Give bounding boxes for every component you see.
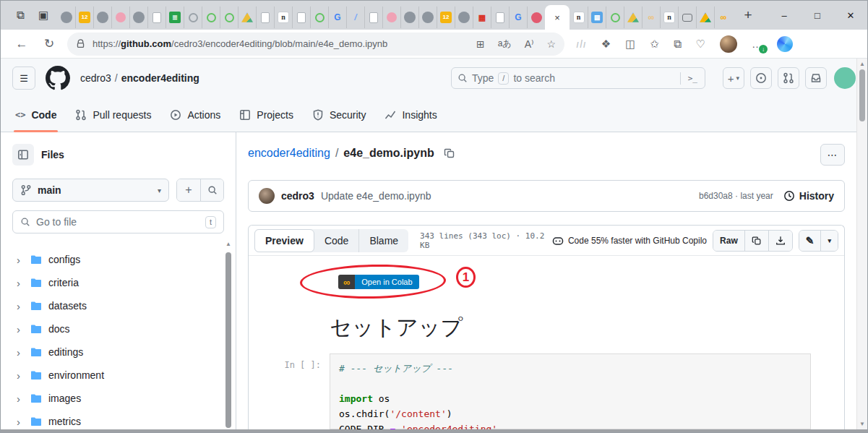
settings-more-icon[interactable]: …↓: [752, 38, 762, 50]
browser-tab[interactable]: [527, 7, 545, 28]
tree-item[interactable]: › docs: [12, 317, 224, 340]
scrollbar-thumb[interactable]: [225, 252, 231, 428]
copy-raw-button[interactable]: [744, 231, 768, 251]
analytics-extension-icon[interactable]: ılı: [576, 38, 587, 50]
chevron-right-icon[interactable]: ›: [17, 324, 24, 335]
browser-tab[interactable]: [93, 7, 111, 28]
hamburger-menu-button[interactable]: ☰: [12, 67, 35, 90]
chevron-right-icon[interactable]: ›: [17, 254, 24, 265]
browser-tab[interactable]: [238, 7, 256, 28]
browser-tab[interactable]: [624, 7, 642, 28]
chevron-right-icon[interactable]: ›: [17, 393, 24, 404]
edit-button[interactable]: ✎: [799, 231, 821, 251]
tree-item[interactable]: › environment: [12, 364, 224, 387]
tree-item[interactable]: › configs: [12, 248, 224, 271]
browser-tab[interactable]: [111, 7, 129, 28]
browser-tab[interactable]: 12: [437, 7, 455, 28]
browser-tab[interactable]: [400, 7, 418, 28]
chevron-right-icon[interactable]: ›: [17, 347, 24, 358]
browser-tab[interactable]: [310, 7, 328, 28]
minimize-button[interactable]: –: [768, 1, 801, 30]
favorites-icon[interactable]: ✩: [650, 38, 659, 51]
raw-button[interactable]: Raw: [713, 231, 744, 251]
chevron-right-icon[interactable]: ›: [17, 301, 24, 312]
copilot-icon[interactable]: [777, 36, 793, 52]
browser-tab[interactable]: n: [570, 7, 588, 28]
profile-avatar[interactable]: [720, 35, 737, 53]
browser-tab[interactable]: [202, 7, 220, 28]
user-avatar[interactable]: [834, 67, 856, 89]
translate-icon[interactable]: aあ: [498, 38, 512, 50]
github-search-input[interactable]: Type / to search >_: [451, 67, 705, 89]
browser-tab[interactable]: n: [274, 7, 292, 28]
command-palette-icon[interactable]: >_: [680, 72, 699, 85]
browser-tab[interactable]: [220, 7, 238, 28]
commit-author[interactable]: cedro3: [281, 190, 314, 202]
extension-icon[interactable]: ❖: [601, 38, 611, 51]
commit-sha[interactable]: b6d30a8 · last year: [699, 191, 773, 201]
tree-item[interactable]: › images: [12, 387, 224, 410]
browser-tab[interactable]: [57, 7, 75, 28]
tab-code[interactable]: <>Code: [11, 98, 61, 132]
collapse-sidebar-button[interactable]: [12, 144, 34, 166]
more-options-button[interactable]: ⋯: [820, 144, 845, 166]
apps-icon[interactable]: ⊞: [476, 38, 485, 50]
tab-security[interactable]: Security: [308, 98, 371, 132]
tab-code-view[interactable]: Code: [314, 229, 358, 252]
browser-tab[interactable]: ∞: [714, 7, 732, 28]
browser-tab[interactable]: ∞: [642, 7, 660, 28]
history-link[interactable]: History: [783, 190, 834, 202]
chevron-right-icon[interactable]: ›: [17, 370, 24, 381]
scroll-up-icon[interactable]: ▲: [224, 241, 233, 247]
github-logo[interactable]: [46, 66, 70, 90]
commit-author-avatar[interactable]: [259, 188, 275, 204]
refresh-button[interactable]: ↻: [38, 33, 60, 55]
commit-message[interactable]: Update e4e_demo.ipynb: [321, 190, 431, 202]
inbox-button[interactable]: [805, 67, 827, 89]
chevron-right-icon[interactable]: ›: [17, 278, 24, 288]
browser-tab[interactable]: [382, 7, 400, 28]
repo-owner-link[interactable]: cedro3: [80, 72, 111, 84]
branch-selector[interactable]: main ▾: [12, 179, 169, 202]
new-tab-button[interactable]: +: [738, 5, 758, 25]
browser-tab[interactable]: 12: [75, 7, 93, 28]
go-to-file-input[interactable]: Go to file t: [12, 210, 224, 233]
favorite-star-icon[interactable]: ☆: [546, 38, 556, 50]
scroll-down-icon[interactable]: ▼: [857, 421, 867, 427]
tab-actions[interactable]: Actions: [166, 98, 225, 132]
page-scrollbar[interactable]: ▲ ▼: [856, 59, 867, 429]
tab-blame[interactable]: Blame: [358, 229, 408, 252]
chevron-right-icon[interactable]: ›: [17, 416, 24, 427]
add-file-button[interactable]: +: [177, 179, 200, 201]
browser-tab[interactable]: ≣: [166, 7, 184, 28]
back-button[interactable]: ←: [11, 33, 33, 55]
browser-tab[interactable]: ▤: [588, 7, 606, 28]
browser-tab[interactable]: [147, 7, 166, 28]
collections-icon[interactable]: ⧉: [674, 38, 682, 51]
vertical-tabs-icon[interactable]: ▣: [34, 6, 53, 25]
browser-tab[interactable]: ▦: [473, 7, 491, 28]
active-browser-tab[interactable]: ×: [545, 5, 570, 30]
tree-item[interactable]: › editings: [12, 340, 224, 364]
split-screen-icon[interactable]: ◫: [625, 38, 635, 51]
scrollbar-thumb[interactable]: [859, 69, 865, 121]
pull-requests-button[interactable]: [778, 67, 799, 89]
edit-dropdown-button[interactable]: ▾: [820, 231, 838, 251]
browser-tab[interactable]: [455, 7, 473, 28]
browser-tab[interactable]: /: [346, 7, 364, 28]
download-button[interactable]: [768, 231, 792, 251]
browser-tab[interactable]: [292, 7, 310, 28]
tab-pull-requests[interactable]: Pull requests: [71, 98, 155, 132]
browser-essentials-icon[interactable]: ♡: [696, 38, 705, 51]
browser-tab[interactable]: [256, 7, 274, 28]
search-files-button[interactable]: [200, 179, 223, 201]
browser-tab[interactable]: [678, 7, 696, 28]
tab-insights[interactable]: Insights: [380, 98, 441, 132]
repo-name-link[interactable]: encoder4editing: [121, 72, 199, 84]
scroll-up-icon[interactable]: ▲: [857, 61, 867, 67]
browser-tab[interactable]: [129, 7, 147, 28]
browser-tab[interactable]: [364, 7, 382, 28]
browser-tab[interactable]: G: [509, 7, 527, 28]
tab-projects[interactable]: Projects: [235, 98, 298, 132]
close-button[interactable]: ✕: [834, 1, 867, 30]
